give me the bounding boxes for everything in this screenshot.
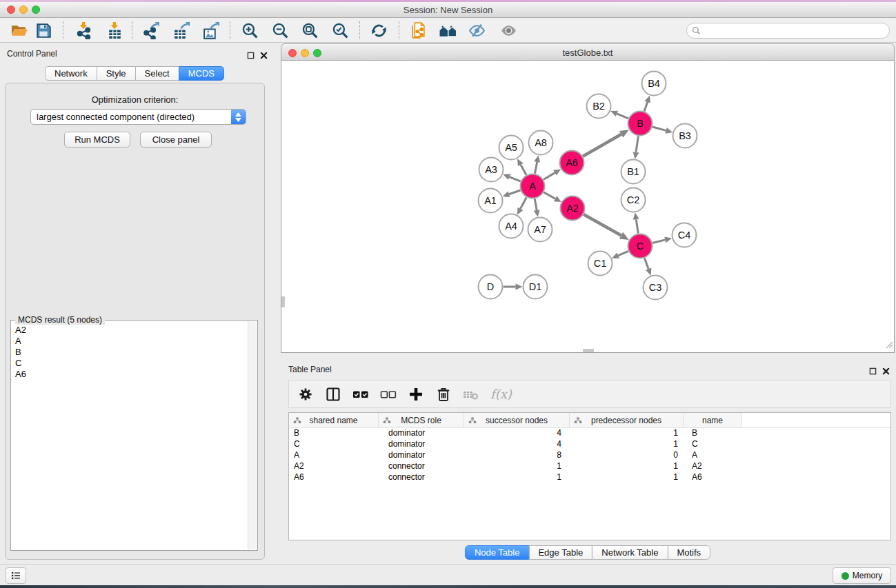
cell[interactable]: C	[289, 439, 379, 450]
edge-C-C3[interactable]	[644, 258, 651, 275]
tab-mcds[interactable]: MCDS	[179, 66, 224, 81]
edge-B-B1[interactable]	[633, 136, 639, 159]
cell[interactable]: 1	[464, 472, 570, 483]
cell[interactable]: 4	[464, 439, 570, 450]
tab-network[interactable]: Network	[45, 66, 97, 81]
add-column-icon[interactable]	[408, 386, 424, 403]
edge-B-B4[interactable]	[644, 95, 650, 111]
horizontal-scrollbar-stub[interactable]	[583, 349, 594, 352]
table-row[interactable]: Cdominator41C	[289, 439, 890, 450]
cell[interactable]: dominator	[379, 450, 464, 461]
node-C2[interactable]: C2	[621, 188, 646, 212]
cell[interactable]: 1	[570, 461, 684, 472]
float-panel-icon[interactable]	[247, 50, 255, 57]
cell[interactable]: A	[289, 450, 379, 461]
criterion-dropdown[interactable]: largest connected component (directed)	[30, 109, 246, 125]
edge-A-A7[interactable]	[534, 199, 540, 217]
cell[interactable]: C	[684, 439, 742, 450]
node-A6[interactable]: A6	[560, 151, 584, 175]
edge-B-B2[interactable]	[610, 111, 628, 119]
node-A1[interactable]: A1	[479, 189, 503, 213]
edge-C-C4[interactable]	[653, 237, 672, 243]
table-settings-gear-icon[interactable]	[297, 386, 314, 403]
edge-A-A4[interactable]	[517, 197, 527, 214]
zoom-in-icon[interactable]	[240, 21, 259, 40]
node-B2[interactable]: B2	[587, 94, 611, 119]
cell[interactable]: 1	[570, 472, 684, 483]
table-row[interactable]: A2connector11A2	[289, 461, 890, 472]
float-table-panel-icon[interactable]	[869, 365, 877, 373]
select-all-checkboxes-icon[interactable]	[352, 386, 369, 403]
import-network-icon[interactable]	[74, 21, 93, 40]
edge-A-A8[interactable]	[534, 155, 540, 174]
import-table-icon[interactable]	[105, 21, 124, 40]
cell[interactable]: A	[684, 450, 742, 461]
resize-grip-icon[interactable]	[885, 339, 893, 352]
edge-A-A3[interactable]	[503, 174, 521, 181]
network-window-titlebar[interactable]: testGlobe.txt	[281, 43, 895, 61]
cell[interactable]: B	[289, 428, 379, 439]
deselect-all-checkboxes-icon[interactable]	[380, 386, 397, 403]
search-input[interactable]	[701, 26, 889, 36]
edge-A-A2[interactable]	[544, 192, 561, 202]
mcds-result-item[interactable]: A	[12, 336, 248, 347]
cell[interactable]: A6	[289, 472, 379, 483]
mcds-result-item[interactable]: B	[12, 347, 248, 358]
node-B4[interactable]: B4	[642, 72, 666, 96]
memory-button[interactable]: Memory	[833, 567, 891, 584]
node-C4[interactable]: C4	[673, 223, 697, 247]
cell[interactable]: 1	[464, 461, 570, 472]
table-tab-edge-table[interactable]: Edge Table	[528, 545, 593, 560]
edge-C-C1[interactable]	[612, 251, 628, 258]
cell[interactable]: 1	[570, 439, 684, 450]
save-session-icon[interactable]	[34, 21, 53, 40]
cell[interactable]: B	[684, 428, 742, 439]
edge-A2-C[interactable]	[584, 214, 629, 240]
network-graph[interactable]: B4B2BB3A8A5A6A3B1AC2A1A2A4A7C4CC1C3DD1	[281, 61, 894, 352]
mcds-result-item[interactable]: C	[12, 358, 248, 369]
node-C3[interactable]: C3	[644, 276, 668, 300]
cell[interactable]: dominator	[379, 428, 464, 439]
zoom-selected-icon[interactable]	[330, 21, 350, 40]
zoom-fit-icon[interactable]	[300, 21, 319, 40]
mcds-result-item[interactable]: A2	[12, 325, 248, 336]
close-panel-icon[interactable]	[260, 50, 268, 57]
edge-D-D1[interactable]	[504, 284, 523, 290]
tab-select[interactable]: Select	[135, 66, 179, 81]
cell[interactable]: connector	[379, 472, 464, 483]
table-row[interactable]: Bdominator41B	[289, 428, 890, 439]
node-B[interactable]: B	[628, 112, 653, 136]
open-file-icon[interactable]	[10, 21, 29, 40]
cell[interactable]: 8	[464, 450, 570, 461]
delete-column-icon[interactable]	[435, 386, 452, 403]
show-columns-icon[interactable]	[325, 386, 341, 403]
show-hide-panels-icon[interactable]	[438, 21, 457, 40]
edge-A-A1[interactable]	[502, 190, 520, 197]
run-mcds-button[interactable]: Run MCDS	[64, 132, 130, 148]
new-network-from-selection-icon[interactable]	[408, 21, 428, 40]
edge-A-A6[interactable]	[544, 169, 561, 179]
cell[interactable]: 0	[570, 450, 684, 461]
column-header-successor-nodes[interactable]: successor nodes	[464, 413, 570, 427]
cell[interactable]: connector	[379, 461, 464, 472]
close-table-panel-icon[interactable]	[882, 365, 890, 373]
table-tab-motifs[interactable]: Motifs	[667, 545, 710, 560]
export-network-icon[interactable]	[141, 21, 161, 40]
node-B3[interactable]: B3	[673, 124, 697, 148]
search-field[interactable]	[686, 23, 890, 39]
zoom-out-icon[interactable]	[270, 21, 290, 40]
tab-style[interactable]: Style	[97, 66, 136, 81]
table-row[interactable]: A6connector11A6	[289, 472, 890, 483]
node-A5[interactable]: A5	[499, 136, 524, 160]
show-all-icon[interactable]	[499, 21, 518, 40]
node-A2[interactable]: A2	[561, 196, 585, 221]
export-image-icon[interactable]	[201, 21, 220, 40]
edge-A-A5[interactable]	[517, 159, 526, 175]
node-B1[interactable]: B1	[621, 160, 646, 184]
close-panel-button[interactable]: Close panel	[140, 132, 212, 148]
cell[interactable]: A6	[684, 472, 742, 483]
table-row[interactable]: Adominator80A	[289, 450, 890, 461]
column-header-name[interactable]: name	[684, 413, 742, 427]
export-table-icon[interactable]	[171, 21, 190, 40]
result-scrollbar[interactable]	[248, 321, 257, 549]
